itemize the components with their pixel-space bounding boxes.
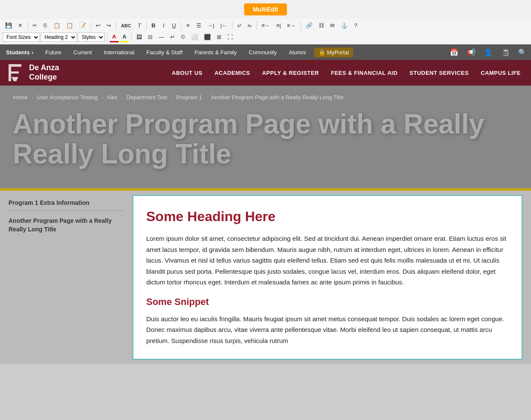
main-nav-about-us[interactable]: ABOUT US [166,62,209,84]
nav-faculty-staff[interactable]: Faculty & Staff [140,46,188,59]
content-paragraph: Lorem ipsum dolor sit amet, consectetur … [146,233,509,288]
toolbar-email[interactable]: ✉ [327,21,337,30]
sidebar: Program 1 Extra Information Another Prog… [0,191,133,364]
toolbar-br[interactable]: ↵ [168,32,177,42]
main-nav-apply[interactable]: APPLY & REGISTER [256,62,325,84]
main-content: Some Heading Here Lorem ipsum dolor sit … [133,195,522,360]
toolbar-separator-4 [146,21,147,30]
logo-text: De Anza College [29,63,59,82]
svg-marker-4 [12,77,18,81]
toolbar-block[interactable]: ⬜ [189,32,201,42]
announce-icon[interactable]: 📢 [463,45,480,60]
nav-students[interactable]: Students › [0,46,39,59]
main-navigation: De Anza College ABOUT US ACADEMICS APPLY… [0,60,531,86]
svg-rect-1 [9,64,11,81]
sidebar-link-another-program[interactable]: Another Program Page with a Really Reall… [9,217,124,234]
main-nav-campus-life[interactable]: CAMPUS LIFE [475,62,527,84]
toolbar-help[interactable]: ? [351,21,360,30]
toolbar-italic[interactable]: I [159,21,168,30]
toolbar-spell[interactable]: ABC [118,21,134,30]
nav-international[interactable]: International [98,46,141,59]
toolbar-fullscreen[interactable]: ⛶ [225,32,236,42]
breadcrumb-uat[interactable]: User Acceptance Testing [37,94,98,101]
font-sizes-select[interactable]: Font Sizes [3,33,40,42]
toolbar-block2[interactable]: ⬛ [201,32,213,42]
toolbar-align-center[interactable]: ≡| [274,21,283,30]
styles-select[interactable]: Styles [78,33,105,42]
toolbar-separator-8 [301,21,301,30]
breadcrumb-arrow-3: → [119,94,125,101]
toolbar-paste2[interactable]: 📋 [64,21,76,30]
toolbar-bullet-list[interactable]: ≡ [183,21,193,30]
breadcrumb-arrow-1: → [30,94,35,101]
toolbar-font-color[interactable]: A [109,32,119,42]
toolbar-remove-format[interactable]: T [135,21,144,30]
content-heading: Some Heading Here [146,209,509,225]
toolbar-separator-7 [257,21,257,30]
main-nav-links: ABOUT US ACADEMICS APPLY & REGISTER FEES… [72,62,527,84]
main-nav-fees[interactable]: FEES & FINANCIAL AID [325,62,404,84]
toolbar-separator-6 [232,21,233,30]
svg-rect-3 [11,71,19,74]
toolbar-copy[interactable]: ⎘ [41,21,50,30]
toolbar-align-right[interactable]: ≡→ [284,21,298,30]
breadcrumb-program[interactable]: Program 1 [176,94,202,101]
toolbar-image-resize[interactable]: ⊟ [145,32,155,42]
heading-select[interactable]: Heading 2 [41,33,77,42]
toolbar-paste-word[interactable]: 📝 [77,21,88,30]
nav-parents-family[interactable]: Parents & Family [189,46,243,59]
calendar-icon[interactable]: 📅 [445,45,463,60]
toolbar-align-left[interactable]: ≡← [259,21,273,30]
search-icon[interactable]: 🔍 [514,45,531,60]
svg-rect-2 [11,64,21,67]
toolbar-anchor[interactable]: ⚓ [338,21,350,30]
nav-future[interactable]: Future [39,46,68,59]
logo-svg [4,62,26,83]
hero-section: Home → User Acceptance Testing → Alex → … [0,86,531,188]
breadcrumb-dept[interactable]: Department Test [127,94,167,101]
breadcrumb-alex[interactable]: Alex [107,94,118,101]
toolbar-underline[interactable]: U [169,21,179,30]
college-logo[interactable]: De Anza College [4,62,59,83]
nav-community[interactable]: Community [243,46,283,59]
toolbar-undo[interactable]: ↩ [93,21,103,30]
content-paragraph-2: Duis auctor leo eu iaculis fringilla. Ma… [146,314,509,346]
nav-alumni[interactable]: Alumni [283,46,312,59]
toolbar-cut[interactable]: ✂ [30,21,40,30]
main-nav-academics[interactable]: ACADEMICS [209,62,256,84]
toolbar-table[interactable]: ⊞ [214,32,224,42]
toolbar-save[interactable]: 💾 [3,21,15,30]
toolbar-hr[interactable]: — [156,32,167,42]
toolbar-close[interactable]: ✕ [15,21,25,30]
toolbar-separator-2 [91,21,91,30]
toolbar-link[interactable]: 🔗 [303,21,315,30]
toolbar-num-list[interactable]: ☰ [194,21,204,30]
toolbar-bg-color[interactable]: A [120,32,129,42]
toolbar-row-1: 💾 ✕ ✂ ⎘ 📋 📋 📝 ↩ ↪ ABC T B I U ≡ ☰ →| |← … [3,21,528,30]
top-nav-icons: 📅 📢 👤 📓 🔍 [445,45,531,60]
nav-myportal[interactable]: 🔒 MyPortal [314,47,353,57]
toolbar-image[interactable]: 🖼 [134,32,145,42]
toolbar-bold[interactable]: B [149,21,158,30]
user-icon[interactable]: 👤 [480,45,497,60]
toolbar-row-2: Font Sizes Heading 2 Styles A A 🖼 ⊟ — ↵ … [3,32,528,42]
breadcrumb-home[interactable]: Home [13,94,28,101]
breadcrumb-arrow-5: → [204,94,209,101]
notes-icon[interactable]: 📓 [497,45,514,60]
toolbar-indent[interactable]: →| [205,21,217,30]
breadcrumb-arrow-4: → [169,94,174,101]
breadcrumb-current[interactable]: Another Program Page with a Really Reall… [211,94,344,101]
toolbar-superscript[interactable]: x² [235,21,244,30]
toolbar-outdent[interactable]: |← [218,21,230,30]
nav-current[interactable]: Current [68,46,98,59]
toolbar-redo[interactable]: ↪ [104,21,114,30]
toolbar-special-char[interactable]: © [178,32,188,42]
main-nav-student-services[interactable]: STUDENT SERVICES [404,62,475,84]
multiedit-button[interactable]: MultiEdit [244,3,286,15]
toolbar-subscript[interactable]: x₂ [245,21,254,30]
toolbar-unlink[interactable]: ⛓ [316,21,327,30]
editor-toolbar: 💾 ✕ ✂ ⎘ 📋 📋 📝 ↩ ↪ ABC T B I U ≡ ☰ →| |← … [0,19,531,44]
hero-title: Another Program Page with a Really Reall… [13,109,518,169]
toolbar-paste[interactable]: 📋 [51,21,63,30]
multiedit-bar: MultiEdit [0,0,531,19]
